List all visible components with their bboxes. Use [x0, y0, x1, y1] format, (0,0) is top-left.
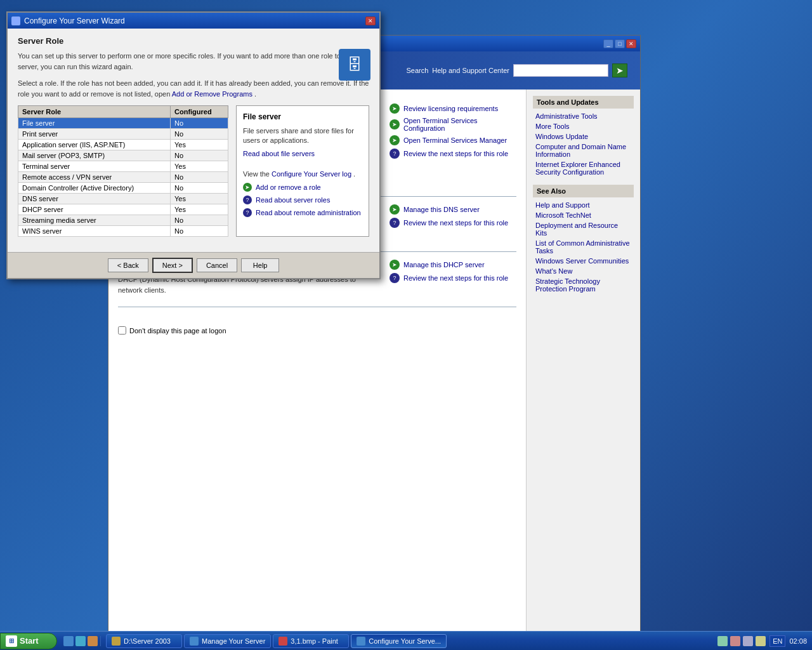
manage-server-close-btn[interactable]: ✕ — [626, 39, 636, 48]
sidebar-ie-security[interactable]: Internet Explorer Enhanced Security Conf… — [533, 159, 634, 177]
dns-next-steps[interactable]: ? Review the next steps for this role — [390, 218, 516, 228]
terminal-action-text-4[interactable]: Review the next steps for this role — [403, 150, 508, 157]
add-remove-programs-link[interactable]: Add or Remove Programs — [172, 90, 252, 98]
search-sublabel: Help and Support Center — [432, 67, 509, 74]
quicklaunch-icon-1[interactable] — [63, 636, 74, 646]
sidebar-windows-update[interactable]: Windows Update — [533, 131, 634, 142]
start-button[interactable]: ⊞ Start — [0, 633, 57, 649]
taskbar-icon-explorer — [112, 637, 121, 646]
panel-add-remove-role[interactable]: ➤ Add or remove a role — [243, 183, 362, 192]
panel-action-text-1[interactable]: Add or remove a role — [256, 183, 321, 191]
terminal-open-manager[interactable]: ➤ Open Terminal Services Manager — [390, 135, 516, 145]
dhcp-server-actions: ➤ Manage this DHCP server ? Review the n… — [390, 260, 516, 299]
role-cell-configured: No — [171, 150, 228, 161]
sidebar-security-program[interactable]: Strategic Technology Protection Program — [533, 276, 634, 294]
role-table-row[interactable]: Print serverNo — [18, 129, 228, 140]
dont-display-checkbox[interactable] — [118, 326, 126, 335]
terminal-next-steps[interactable]: ? Review the next steps for this role — [390, 149, 516, 159]
manage-server-maximize-btn[interactable]: □ — [615, 39, 625, 48]
sidebar-help-support[interactable]: Help and Support — [533, 200, 634, 210]
taskbar-item-paint[interactable]: 3,1.bmp - Paint — [273, 634, 349, 648]
sidebar-computer-domain[interactable]: Computer and Domain Name Information — [533, 142, 634, 159]
taskbar-item-explorer[interactable]: D:\Server 2003 — [106, 634, 182, 648]
manage-server-minimize-btn[interactable]: _ — [603, 39, 613, 48]
help-button[interactable]: Help — [241, 258, 279, 272]
search-input[interactable] — [513, 64, 608, 77]
see-also-header: See Also — [533, 185, 634, 197]
taskbar-item-wizard[interactable]: Configure Your Serve... — [351, 634, 447, 648]
read-about-file-servers-link[interactable]: Read about file servers — [243, 150, 315, 157]
terminal-action-text-1[interactable]: Review licensing requirements — [403, 105, 498, 112]
role-cell-configured: No — [171, 118, 228, 129]
cancel-button[interactable]: Cancel — [197, 258, 237, 272]
role-table-row[interactable]: WINS serverNo — [18, 226, 228, 237]
role-table-row[interactable]: Remote access / VPN serverNo — [18, 172, 228, 183]
panel-action-icon-1: ➤ — [243, 183, 252, 192]
role-table-row[interactable]: File serverNo — [18, 118, 228, 129]
role-table-row[interactable]: DNS serverYes — [18, 194, 228, 204]
wizard-note: Select a role. If the role has not been … — [18, 78, 369, 99]
panel-read-server-roles[interactable]: ? Read about server roles — [243, 196, 362, 204]
wizard-section-title: Server Role — [18, 36, 369, 46]
sidebar-technet[interactable]: Microsoft TechNet — [533, 210, 634, 220]
role-cell-configured: Yes — [171, 140, 228, 150]
sidebar-administrative-tools[interactable]: Administrative Tools — [533, 111, 634, 121]
role-cell-configured: No — [171, 183, 228, 194]
next-button[interactable]: Next > — [152, 258, 193, 273]
wizard-content: 🗄 Server Role You can set up this server… — [8, 29, 379, 252]
tray-icon-3 — [743, 636, 753, 646]
dhcp-action-text-2[interactable]: Review the next steps for this role — [403, 274, 508, 282]
wizard-titlebar: Configure Your Server Wizard ✕ — [8, 13, 379, 29]
terminal-action-text-3[interactable]: Open Terminal Services Manager — [403, 136, 507, 144]
role-table-row[interactable]: Streaming media serverNo — [18, 215, 228, 226]
sidebar-admin-tasks[interactable]: List of Common Administrative Tasks — [533, 238, 634, 256]
taskbar-items: D:\Server 2003 Manage Your Server 3,1.bm… — [106, 634, 712, 648]
wizard-dialog: Configure Your Server Wizard ✕ 🗄 Server … — [6, 11, 381, 279]
col-server-role: Server Role — [18, 106, 171, 118]
dont-display-label: Don't display this page at logon — [129, 327, 226, 335]
dns-action-icon-2: ? — [390, 218, 400, 228]
back-button[interactable]: < Back — [108, 258, 148, 272]
sidebar-more-tools[interactable]: More Tools — [533, 121, 634, 131]
dhcp-action-text-1[interactable]: Manage this DHCP server — [403, 261, 485, 269]
terminal-action-text-2[interactable]: Open Terminal Services Configuration — [403, 117, 516, 132]
panel-action-icon-3: ? — [243, 208, 252, 217]
dns-manage[interactable]: ➤ Manage this DNS server — [390, 204, 516, 215]
terminal-review-licensing[interactable]: ➤ Review licensing requirements — [390, 103, 516, 114]
sidebar-deployment-kits[interactable]: Deployment and Resource Kits — [533, 220, 634, 238]
dont-display-row: Don't display this page at logon — [118, 307, 516, 340]
dhcp-manage[interactable]: ➤ Manage this DHCP server — [390, 260, 516, 270]
configure-server-log-link[interactable]: Configure Your Server log — [272, 170, 351, 178]
language-indicator[interactable]: EN — [769, 635, 785, 647]
sidebar-server-communities[interactable]: Windows Server Communities — [533, 256, 634, 266]
role-cell-name: WINS server — [18, 226, 171, 237]
quicklaunch-icon-2[interactable] — [75, 636, 86, 646]
role-table-row[interactable]: Domain Controller (Active Directory)No — [18, 183, 228, 194]
dns-action-text-2[interactable]: Review the next steps for this role — [403, 219, 508, 227]
terminal-action-icon-2: ➤ — [390, 119, 400, 129]
file-server-panel-title: File server — [243, 112, 362, 121]
search-button[interactable]: ➤ — [612, 63, 627, 77]
role-table-row[interactable]: DHCP serverYes — [18, 204, 228, 215]
panel-read-remote-admin[interactable]: ? Read about remote administration — [243, 208, 362, 217]
role-table-row[interactable]: Mail server (POP3, SMTP)No — [18, 150, 228, 161]
taskbar-item-manage-server[interactable]: Manage Your Server — [184, 634, 271, 648]
terminal-open-config[interactable]: ➤ Open Terminal Services Configuration — [390, 117, 516, 132]
role-cell-configured: No — [171, 215, 228, 226]
quicklaunch-icon-3[interactable] — [88, 636, 98, 646]
dhcp-next-steps[interactable]: ? Review the next steps for this role — [390, 273, 516, 283]
panel-action-text-3[interactable]: Read about remote administration — [256, 209, 361, 216]
role-table-row[interactable]: Application server (IIS, ASP.NET)Yes — [18, 140, 228, 150]
dns-action-text-1[interactable]: Manage this DNS server — [403, 206, 480, 213]
manage-server-search-area: Search Help and Support Center ➤ — [406, 63, 627, 77]
sidebar-whats-new[interactable]: What's New — [533, 266, 634, 276]
search-label: Search — [406, 67, 428, 74]
role-table-row[interactable]: Terminal serverYes — [18, 161, 228, 172]
taskbar-right-area: EN 02:08 — [712, 635, 812, 647]
system-tray — [717, 636, 766, 646]
wizard-close-btn[interactable]: ✕ — [365, 17, 376, 25]
panel-action-text-2[interactable]: Read about server roles — [256, 196, 330, 204]
dhcp-action-icon-2: ? — [390, 273, 400, 283]
role-cell-name: Remote access / VPN server — [18, 172, 171, 183]
terminal-action-icon-4: ? — [390, 149, 400, 159]
